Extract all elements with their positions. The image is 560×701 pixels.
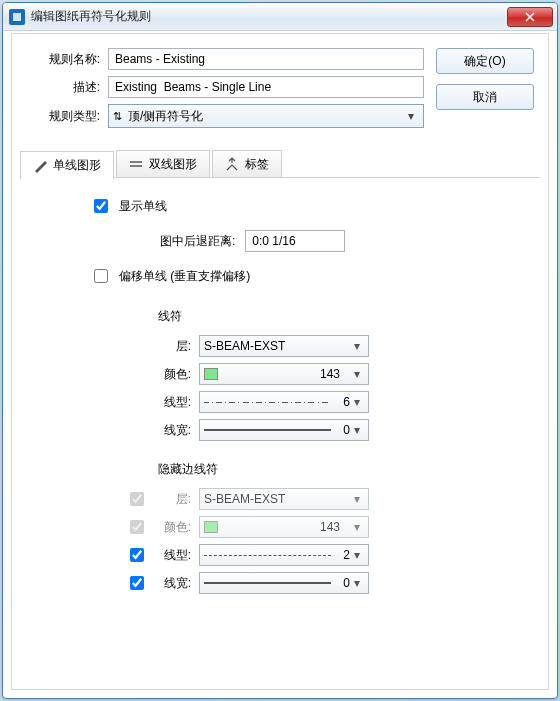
rule-type-label: 规则类型: <box>26 108 100 125</box>
hidden-linetype-label: 线型: <box>155 547 191 564</box>
tab-single-line-body: 显示单线 图中后退距离: 偏移单线 (垂直支撑偏移) 线符 层: S-BEAM-… <box>20 178 540 612</box>
hidden-lineweight-select[interactable]: 0 ▾ <box>199 572 369 594</box>
hidden-linetype-checkbox[interactable] <box>130 548 144 562</box>
rule-type-value: 顶/侧再符号化 <box>128 108 403 125</box>
lineweight-select[interactable]: 0 ▾ <box>199 419 369 441</box>
lineweight-value: 0 <box>343 423 350 437</box>
tab-double-line[interactable]: 双线图形 <box>116 150 210 177</box>
setback-label: 图中后退距离: <box>160 233 235 250</box>
tag-icon <box>225 157 239 171</box>
ok-button[interactable]: 确定(O) <box>436 48 534 74</box>
chevron-down-icon: ▾ <box>350 492 364 506</box>
hidden-lineweight-checkbox[interactable] <box>130 576 144 590</box>
close-icon <box>525 12 535 22</box>
layer-value: S-BEAM-EXST <box>204 339 350 353</box>
setback-input[interactable] <box>245 230 345 252</box>
color-value: 143 <box>224 367 350 381</box>
chevron-down-icon: ▾ <box>403 109 419 123</box>
linesym-title: 线符 <box>158 308 528 325</box>
hidden-color-value: 143 <box>224 520 350 534</box>
show-single-label: 显示单线 <box>119 198 167 215</box>
offset-single-label: 偏移单线 (垂直支撑偏移) <box>119 268 250 285</box>
tab-single-line[interactable]: 单线图形 <box>20 151 114 179</box>
lineweight-label: 线宽: <box>155 422 191 439</box>
hidden-edge-title: 隐藏边线符 <box>158 461 528 478</box>
layer-select[interactable]: S-BEAM-EXST ▾ <box>199 335 369 357</box>
app-icon <box>9 9 25 25</box>
titlebar: 编辑图纸再符号化规则 <box>3 3 557 31</box>
pencil-icon <box>33 159 47 173</box>
rule-name-label: 规则名称: <box>26 51 100 68</box>
color-swatch-icon <box>204 521 218 533</box>
rule-type-combo[interactable]: ⇅ 顶/侧再符号化 ▾ <box>108 104 424 128</box>
hidden-layer-label: 层: <box>155 491 191 508</box>
chevron-down-icon: ▾ <box>350 520 364 534</box>
hidden-lineweight-value: 0 <box>343 576 350 590</box>
offset-single-checkbox[interactable] <box>94 269 108 283</box>
rule-name-input[interactable] <box>108 48 424 70</box>
window-title: 编辑图纸再符号化规则 <box>31 8 507 25</box>
cancel-button[interactable]: 取消 <box>436 84 534 110</box>
description-input[interactable] <box>108 76 424 98</box>
chevron-down-icon: ▾ <box>350 339 364 353</box>
hidden-layer-checkbox <box>130 492 144 506</box>
hidden-color-select: 143 ▾ <box>199 516 369 538</box>
chevron-down-icon: ▾ <box>350 395 364 409</box>
linetype-select[interactable]: 6 ▾ <box>199 391 369 413</box>
show-single-checkbox[interactable] <box>94 199 108 213</box>
tab-labels-label: 标签 <box>245 156 269 173</box>
chevron-down-icon: ▾ <box>350 576 364 590</box>
double-line-icon <box>129 157 143 171</box>
linetype-label: 线型: <box>155 394 191 411</box>
tab-labels[interactable]: 标签 <box>212 150 282 177</box>
hidden-layer-select: S-BEAM-EXST ▾ <box>199 488 369 510</box>
linetype-value: 6 <box>343 395 350 409</box>
color-label: 颜色: <box>155 366 191 383</box>
hidden-color-label: 颜色: <box>155 519 191 536</box>
svg-rect-0 <box>13 13 21 21</box>
tab-double-line-label: 双线图形 <box>149 156 197 173</box>
color-swatch-icon <box>204 368 218 380</box>
hidden-linetype-select[interactable]: 2 ▾ <box>199 544 369 566</box>
chevron-down-icon: ▾ <box>350 548 364 562</box>
rule-type-icon: ⇅ <box>113 110 122 123</box>
description-label: 描述: <box>26 79 100 96</box>
close-button[interactable] <box>507 7 553 27</box>
hidden-layer-value: S-BEAM-EXST <box>204 492 350 506</box>
client-area: 规则名称: 描述: 规则类型: ⇅ 顶/侧再符号化 ▾ 确定(O) 取消 <box>11 33 549 690</box>
chevron-down-icon: ▾ <box>350 423 364 437</box>
color-select[interactable]: 143 ▾ <box>199 363 369 385</box>
hidden-lineweight-label: 线宽: <box>155 575 191 592</box>
tabstrip: 单线图形 双线图形 标签 <box>20 150 540 178</box>
hidden-color-checkbox <box>130 520 144 534</box>
hidden-linetype-value: 2 <box>343 548 350 562</box>
dialog-window: 编辑图纸再符号化规则 规则名称: 描述: 规则类型: ⇅ 顶/侧再符号化 ▾ 确… <box>2 2 558 699</box>
tab-single-line-label: 单线图形 <box>53 157 101 174</box>
layer-label: 层: <box>155 338 191 355</box>
chevron-down-icon: ▾ <box>350 367 364 381</box>
